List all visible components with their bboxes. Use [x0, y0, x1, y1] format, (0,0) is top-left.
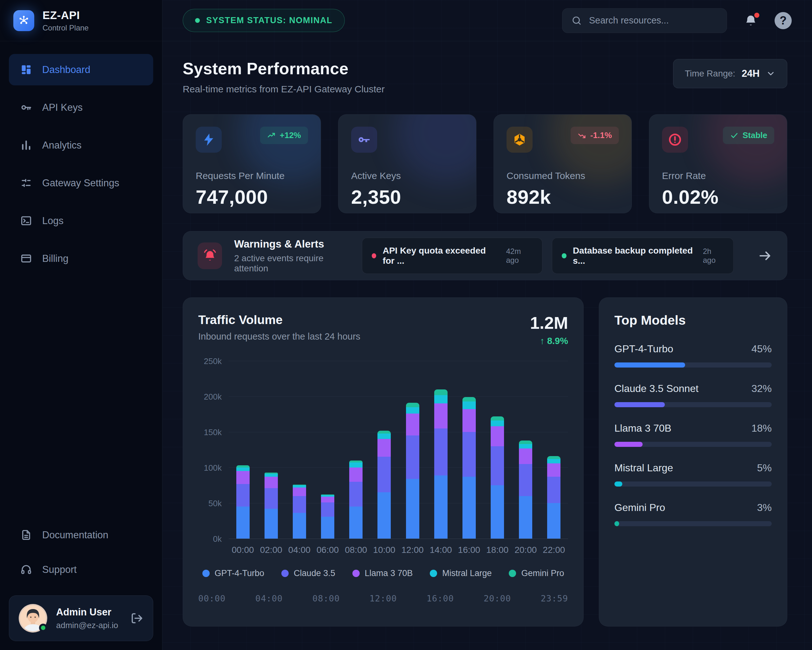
alert-chips: API Key quota exceeded for ... 42m ago D… [362, 238, 734, 274]
stable-badge: Stable [723, 127, 774, 144]
model-progress-fill [614, 482, 622, 486]
main-area: SYSTEM STATUS: NOMINAL ? [162, 0, 812, 650]
stat-card-consumed-tokens: -1.1% Consumed Tokens 892k [493, 114, 632, 213]
page-header: System Performance Real-time metrics fro… [183, 59, 787, 95]
stacked-bar[interactable] [377, 431, 391, 538]
stacked-bar[interactable] [462, 397, 476, 538]
stat-label: Requests Per Minute [196, 170, 308, 181]
success-dot-icon [562, 253, 566, 258]
bar-segment [321, 517, 334, 538]
bar-segment [519, 440, 532, 444]
stacked-bar[interactable] [491, 416, 504, 538]
search-box [562, 8, 727, 33]
model-progress-fill [614, 362, 685, 367]
stacked-bar[interactable] [519, 440, 532, 538]
sidebar-item-dashboard[interactable]: Dashboard [9, 54, 153, 86]
model-name: GPT-4-Turbo [614, 343, 673, 355]
bar-segment [547, 503, 560, 538]
alert-chip-error[interactable]: API Key quota exceeded for ... 42m ago [362, 238, 542, 274]
bar-column [455, 397, 483, 538]
bar-segment [321, 502, 334, 517]
chevron-down-icon [766, 69, 775, 78]
bar-segment [377, 431, 391, 434]
sidebar-item-analytics[interactable]: Analytics [9, 130, 153, 161]
sidebar-item-label: Billing [42, 253, 69, 265]
stacked-bar[interactable] [349, 460, 363, 538]
model-percent: 32% [751, 383, 772, 395]
stacked-bar[interactable] [406, 403, 419, 538]
search-input[interactable] [589, 15, 718, 26]
logout-icon[interactable] [130, 612, 143, 625]
bar-segment [434, 404, 447, 428]
model-row-header: Llama 3 70B18% [614, 422, 772, 434]
stacked-bar[interactable] [321, 494, 334, 538]
stacked-bar[interactable] [293, 485, 306, 538]
time-scrubber-label: 00:00 [198, 593, 226, 603]
legend-item[interactable]: Gemini Pro [509, 569, 564, 578]
legend-dot-icon [509, 570, 516, 577]
user-card[interactable]: Admin User admin@ez-api.io [9, 595, 153, 641]
time-range-select[interactable]: Time Range: 24H [673, 59, 787, 88]
credit-card-icon [20, 252, 32, 265]
legend-item[interactable]: GPT-4-Turbo [202, 569, 264, 578]
bar-segment [349, 506, 363, 538]
legend-label: GPT-4-Turbo [215, 569, 264, 578]
model-progress-fill [614, 442, 643, 447]
alert-chip-success[interactable]: Database backup completed s... 2h ago [552, 238, 734, 274]
search-icon [571, 15, 582, 26]
bar-segment [491, 446, 504, 485]
bar-column [257, 473, 285, 538]
legend-item[interactable]: Llama 3 70B [353, 569, 413, 578]
sidebar-item-billing[interactable]: Billing [9, 243, 153, 274]
bar-column [285, 485, 313, 538]
notifications-bell-icon[interactable] [743, 13, 758, 28]
bar-segment [293, 485, 306, 488]
x-tick-label: 22:00 [540, 545, 568, 555]
model-row: Gemini Pro3% [614, 502, 772, 526]
user-email: admin@ez-api.io [56, 621, 118, 630]
traffic-volume-panel: Traffic Volume Inbound requests over the… [183, 297, 584, 627]
sidebar-item-gateway-settings[interactable]: Gateway Settings [9, 167, 153, 199]
bar-segment [236, 468, 250, 471]
stacked-bar[interactable] [434, 389, 447, 538]
sidebar-footer: Documentation Support [0, 510, 162, 650]
sidebar-item-documentation[interactable]: Documentation [9, 519, 153, 551]
sidebar-item-logs[interactable]: Logs [9, 205, 153, 237]
bar-segment [321, 497, 334, 502]
topbar: SYSTEM STATUS: NOMINAL ? [162, 0, 812, 41]
model-row: Claude 3.5 Sonnet32% [614, 383, 772, 407]
page-title: System Performance [183, 59, 385, 78]
topbar-actions: ? [562, 8, 792, 33]
legend-item[interactable]: Claude 3.5 [281, 569, 335, 578]
online-status-dot [39, 624, 47, 632]
help-icon[interactable]: ? [775, 12, 792, 29]
bar-segment [519, 496, 532, 538]
bar-segment [236, 506, 250, 538]
model-name: Claude 3.5 Sonnet [614, 383, 698, 395]
bar-segment [349, 468, 363, 482]
sidebar-item-support[interactable]: Support [9, 554, 153, 585]
sidebar-item-api-keys[interactable]: API Keys [9, 92, 153, 123]
bar-segment [462, 409, 476, 432]
alerts-subtitle: 2 active events require attention [234, 253, 350, 274]
stacked-bar[interactable] [236, 465, 250, 538]
bar-column [370, 431, 398, 538]
bar-segment [377, 434, 391, 439]
bar-segment [491, 416, 504, 421]
model-row: Llama 3 70B18% [614, 422, 772, 447]
chart-title: Traffic Volume [198, 313, 360, 327]
stacked-bar[interactable] [547, 456, 560, 538]
brand-name: EZ-API [43, 9, 89, 21]
gridline: 0k [229, 538, 568, 539]
bar-column [511, 440, 540, 538]
legend-item[interactable]: Mistral Large [430, 569, 491, 578]
sliders-icon [20, 177, 32, 189]
stacked-bar[interactable] [264, 473, 278, 538]
x-tick-label: 16:00 [455, 545, 483, 555]
model-percent: 5% [757, 462, 772, 474]
arrow-right-icon[interactable] [758, 249, 772, 263]
y-tick-label: 250k [197, 356, 222, 366]
time-scrubber[interactable]: 00:0004:0008:0012:0016:0020:0023:59 [198, 593, 568, 603]
y-tick-label: 150k [197, 427, 222, 437]
model-row: GPT-4-Turbo45% [614, 343, 772, 367]
